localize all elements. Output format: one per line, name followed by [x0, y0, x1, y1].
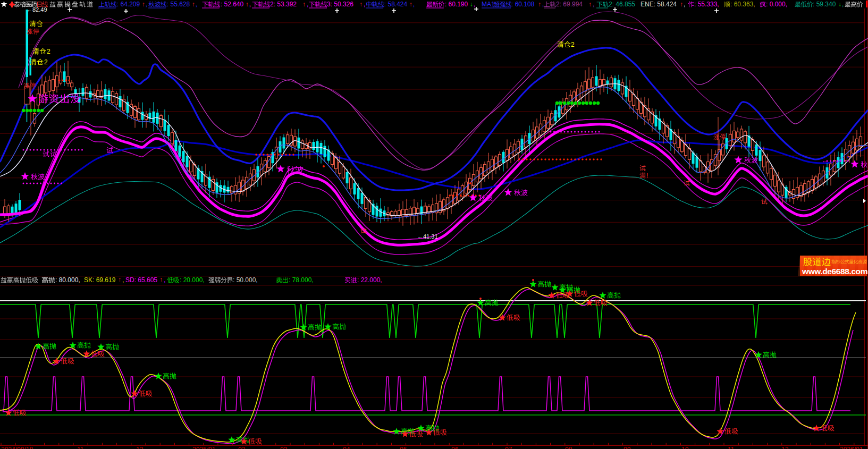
- svg-text:,: ,: [307, 1, 308, 8]
- svg-text:11: 11: [728, 446, 735, 449]
- svg-text:: 55.333,: : 55.333,: [694, 1, 719, 8]
- svg-text:09: 09: [623, 446, 631, 449]
- svg-text:02: 02: [238, 446, 246, 449]
- svg-text:,: ,: [122, 276, 124, 284]
- svg-text:: 58.424: : 58.424: [384, 1, 408, 8]
- svg-text:2: 2: [47, 48, 50, 55]
- svg-text:06: 06: [451, 446, 459, 449]
- svg-text:↑: ↑: [142, 1, 145, 8]
- svg-text:,: ,: [413, 1, 415, 8]
- svg-text:,: ,: [164, 276, 165, 284]
- svg-text:←82.49: ←82.49: [27, 6, 47, 13]
- svg-text:: 60.363,: : 60.363,: [730, 1, 755, 8]
- svg-text:!: !: [646, 172, 648, 180]
- svg-text:2: 2: [571, 41, 575, 48]
- svg-text:←41.31: ←41.31: [417, 233, 438, 240]
- svg-text:↑: ↑: [359, 1, 363, 8]
- svg-text:04: 04: [343, 446, 350, 449]
- svg-text:2: 53.392: 2: 53.392: [270, 1, 297, 8]
- svg-text:↑: ↑: [409, 1, 412, 8]
- svg-text:↑: ↑: [680, 1, 683, 8]
- svg-text:MA1: MA1: [482, 1, 495, 8]
- svg-text:: 52.640: : 52.640: [221, 1, 244, 8]
- svg-text:↑: ↑: [588, 1, 592, 8]
- svg-text:: 50.000,: : 50.000,: [233, 276, 258, 284]
- svg-text:07: 07: [505, 446, 512, 449]
- svg-text:2: 69.994: 2: 69.994: [556, 1, 583, 8]
- svg-text:: 20.000,: : 20.000,: [180, 276, 205, 284]
- svg-text:,: ,: [364, 1, 365, 8]
- svg-text:ENE: 58.424: ENE: 58.424: [641, 1, 677, 8]
- svg-text:↑: ↑: [538, 1, 541, 8]
- svg-text:↑: ↑: [159, 276, 163, 283]
- svg-text:: 60.108: : 60.108: [511, 1, 535, 8]
- svg-text:10: 10: [681, 446, 689, 449]
- svg-text:www.de6688.com: www.de6688.com: [802, 267, 867, 276]
- svg-text:03: 03: [280, 446, 288, 449]
- svg-text:: 22.000,: : 22.000,: [357, 276, 382, 284]
- svg-text:: 0.000,: : 0.000,: [766, 1, 787, 8]
- svg-text:,: ,: [146, 1, 147, 8]
- svg-text:,: ,: [196, 1, 197, 8]
- svg-text:2026/01: 2026/01: [840, 446, 863, 449]
- svg-text:,: ,: [684, 1, 685, 8]
- svg-text:↑: ↑: [192, 1, 195, 8]
- svg-text:2: 46.855: 2: 46.855: [609, 1, 635, 8]
- svg-text:2024/09/18: 2024/09/18: [1, 446, 33, 449]
- svg-text:↑: ↑: [302, 1, 306, 8]
- svg-text:SD: 65.605: SD: 65.605: [125, 276, 157, 284]
- svg-text:↓: ↓: [470, 1, 473, 8]
- svg-text:12: 12: [136, 446, 144, 449]
- svg-text:↑: ↑: [246, 1, 249, 8]
- svg-text:08: 08: [565, 446, 572, 449]
- svg-text:11: 11: [77, 446, 84, 449]
- svg-text:: 60.190: : 60.190: [445, 1, 468, 8]
- svg-text:: 78.000,: : 78.000,: [289, 276, 314, 284]
- svg-text:3: 50.326: 3: 50.326: [327, 1, 353, 8]
- svg-text:,: ,: [474, 1, 475, 8]
- svg-text:↑: ↑: [118, 276, 121, 283]
- svg-text:05: 05: [400, 446, 407, 449]
- svg-text:,: ,: [249, 1, 251, 8]
- svg-text:: 59.340: : 59.340: [813, 1, 836, 8]
- svg-text:←: ←: [822, 157, 828, 164]
- svg-text:,: ,: [842, 1, 844, 8]
- svg-text:: 80.000,: : 80.000,: [55, 276, 80, 284]
- svg-text:SK: 69.619: SK: 69.619: [84, 276, 116, 284]
- svg-text:,: ,: [593, 1, 594, 8]
- svg-text:↓: ↓: [838, 1, 841, 8]
- svg-text:2025/01: 2025/01: [192, 446, 216, 449]
- svg-text:2: 2: [44, 58, 48, 66]
- svg-text:: 64.209: : 64.209: [117, 1, 140, 8]
- svg-text:12: 12: [781, 446, 789, 449]
- svg-text:: 55.628: : 55.628: [167, 1, 190, 8]
- svg-text:,: ,: [542, 1, 544, 8]
